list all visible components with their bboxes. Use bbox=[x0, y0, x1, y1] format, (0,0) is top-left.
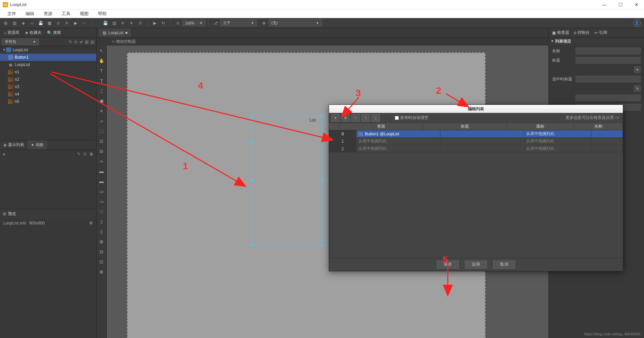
edit-seltitle-button[interactable]: ✎ bbox=[634, 85, 641, 92]
col-header-name[interactable]: 名称 bbox=[574, 123, 623, 130]
input-extra1[interactable] bbox=[576, 94, 641, 101]
group-tool-icon[interactable]: ⊡ bbox=[98, 137, 105, 145]
document-tab-looplist[interactable]: ▤ LoopList bbox=[99, 28, 132, 37]
tab-search[interactable]: 🔍搜索 bbox=[45, 30, 63, 36]
hand-tool-icon[interactable]: ✋ bbox=[98, 57, 105, 64]
v2-tool-icon[interactable]: ▬ bbox=[98, 178, 105, 185]
cell-icon[interactable]: 从库中拖拽到此 bbox=[524, 138, 591, 145]
table-row[interactable]: 2 从库中拖拽到此 从库中拖拽到此 bbox=[329, 145, 623, 152]
save-icon[interactable]: 💾 bbox=[36, 19, 45, 27]
col-header-resource[interactable]: 资源 bbox=[339, 123, 423, 130]
package-filter-dropdown[interactable]: 所有包 ▼ bbox=[2, 38, 39, 45]
input-sel-title[interactable] bbox=[576, 76, 641, 82]
cell-title[interactable] bbox=[440, 138, 524, 145]
dlg-movedown-button[interactable]: ↓ bbox=[371, 114, 380, 122]
tree-tool-icon[interactable]: ⊟ bbox=[98, 147, 105, 155]
list-icon[interactable]: ▤ bbox=[91, 40, 94, 44]
input-title[interactable] bbox=[576, 57, 641, 64]
maximize-button[interactable]: ☐ bbox=[616, 2, 625, 7]
dialog-title[interactable]: 编辑列表 bbox=[329, 105, 623, 113]
globe-icon[interactable]: ⊕ bbox=[260, 19, 268, 27]
list-tool-icon[interactable]: ≡ bbox=[98, 107, 105, 115]
tree-item-n2[interactable]: n2 bbox=[0, 76, 96, 83]
tab-console[interactable]: ⎚控制台 bbox=[572, 30, 592, 36]
tree-item-looplist[interactable]: ▤ LoopList bbox=[0, 61, 96, 68]
cell-resource[interactable]: 从库中拖拽到此 bbox=[357, 138, 440, 145]
sel-handle-sw[interactable] bbox=[251, 244, 253, 247]
selection-box[interactable] bbox=[252, 116, 323, 245]
sel-handle-se[interactable] bbox=[322, 244, 324, 247]
add-button[interactable]: + bbox=[3, 151, 5, 157]
cell-title[interactable] bbox=[440, 145, 524, 152]
dlg-moveup-button[interactable]: ↑ bbox=[361, 114, 370, 122]
table-row[interactable]: 1 从库中拖拽到此 从库中拖拽到此 bbox=[329, 138, 623, 145]
tree-root[interactable]: ▼ LoopList bbox=[0, 46, 96, 54]
menu-resource[interactable]: 资源 bbox=[39, 11, 57, 17]
refresh-icon[interactable]: ↻ bbox=[159, 19, 168, 27]
save-doc-icon[interactable]: 💾 bbox=[101, 19, 110, 27]
sel-handle-ne[interactable] bbox=[322, 115, 324, 117]
more-icon[interactable]: ⋯ bbox=[80, 19, 89, 27]
sync-icon[interactable]: ↻ bbox=[69, 40, 72, 44]
send-icon[interactable]: ✈ bbox=[118, 19, 127, 27]
loader-tool-icon[interactable]: ⬚ bbox=[98, 127, 105, 135]
trash-icon[interactable]: 🗑 bbox=[90, 152, 94, 156]
auto-clear-input[interactable] bbox=[395, 116, 399, 120]
v9-tool-icon[interactable]: ⊟ bbox=[98, 248, 105, 255]
auto-clear-checkbox[interactable]: 发布时自动清空 bbox=[395, 115, 428, 121]
plus-icon[interactable]: + bbox=[112, 39, 114, 44]
add-controller-label[interactable]: 增加控制器 bbox=[116, 39, 136, 45]
run-icon[interactable]: ▶ bbox=[150, 19, 159, 27]
tab-display-list[interactable]: ≣显示列表 bbox=[0, 140, 28, 149]
v3-tool-icon[interactable]: ▭ bbox=[98, 188, 105, 195]
tab-inspector[interactable]: ▣检查器 bbox=[550, 30, 571, 36]
columns-icon[interactable]: ▥ bbox=[85, 40, 89, 44]
phone-icon[interactable]: ⎚ bbox=[54, 19, 62, 27]
pointer-tool-icon[interactable]: ↖ bbox=[98, 47, 105, 54]
richtext-tool-icon[interactable]: Ṯ bbox=[98, 77, 105, 84]
tab-animation[interactable]: ✦动效 bbox=[28, 140, 47, 149]
gear-icon[interactable]: ⚙ bbox=[89, 221, 93, 225]
section-list-item[interactable]: ▼ 列表项目 bbox=[549, 38, 644, 45]
v6-tool-icon[interactable]: ▯ bbox=[98, 218, 105, 225]
tab-reference[interactable]: ↩引用 bbox=[592, 30, 609, 36]
menu-tool[interactable]: 工具 bbox=[57, 11, 75, 17]
v8-tool-icon[interactable]: ⊞ bbox=[98, 238, 105, 245]
export-icon[interactable]: ⎘ bbox=[136, 19, 145, 27]
cell-name[interactable] bbox=[591, 138, 623, 145]
play-icon[interactable]: ▶ bbox=[71, 19, 80, 27]
cell-resource[interactable]: 从库中拖拽到此 bbox=[357, 145, 440, 152]
save-all-icon[interactable]: ▤ bbox=[110, 19, 118, 27]
col-header-icon[interactable]: 图标 bbox=[507, 123, 574, 130]
branch-icon[interactable]: ⎇ bbox=[211, 19, 220, 27]
tree-item-n3[interactable]: n3 bbox=[0, 83, 96, 90]
menu-file[interactable]: 文件 bbox=[3, 11, 21, 17]
file-icon[interactable]: ▤ bbox=[10, 19, 19, 27]
new-icon[interactable]: ⊞ bbox=[1, 19, 10, 27]
cell-icon[interactable]: 从库中拖拽到此 bbox=[524, 145, 591, 152]
dlg-insert-button[interactable]: ≡ bbox=[341, 114, 350, 122]
v7-tool-icon[interactable]: ▯ bbox=[98, 228, 105, 235]
sel-handle-w[interactable] bbox=[251, 180, 253, 182]
v5-tool-icon[interactable]: □ bbox=[98, 208, 105, 215]
menu-help[interactable]: 帮助 bbox=[93, 11, 111, 17]
v11-tool-icon[interactable]: ⊞ bbox=[98, 268, 105, 275]
user-avatar[interactable]: 👤 bbox=[633, 19, 641, 27]
dlg-add-button[interactable]: + bbox=[331, 114, 340, 122]
tree-item-n4[interactable]: n4 bbox=[0, 90, 96, 98]
col-header-title[interactable]: 标题 bbox=[423, 123, 507, 130]
graph-tool-icon[interactable]: ▱ bbox=[98, 117, 105, 125]
sel-handle-n[interactable] bbox=[251, 141, 253, 143]
text-tool-icon[interactable]: T bbox=[98, 67, 105, 74]
tree-item-n5[interactable]: n5 bbox=[0, 98, 96, 105]
branch-dropdown[interactable]: 主干 ▼ bbox=[220, 19, 257, 26]
edit-title-button[interactable]: ✎ bbox=[634, 66, 641, 73]
dlg-remove-button[interactable]: − bbox=[351, 114, 360, 122]
align-tool-icon[interactable]: ═ bbox=[98, 157, 105, 165]
input-name[interactable] bbox=[576, 48, 641, 54]
tree-item-button1[interactable]: Button1 bbox=[0, 54, 96, 61]
table-row[interactable]: 0 Button1 @LoopList 从库中拖拽到此 bbox=[329, 130, 623, 138]
cell-name[interactable] bbox=[591, 130, 623, 137]
edit-icon[interactable]: ✎ bbox=[77, 152, 80, 156]
apply-button[interactable]: 应用 bbox=[465, 261, 487, 269]
